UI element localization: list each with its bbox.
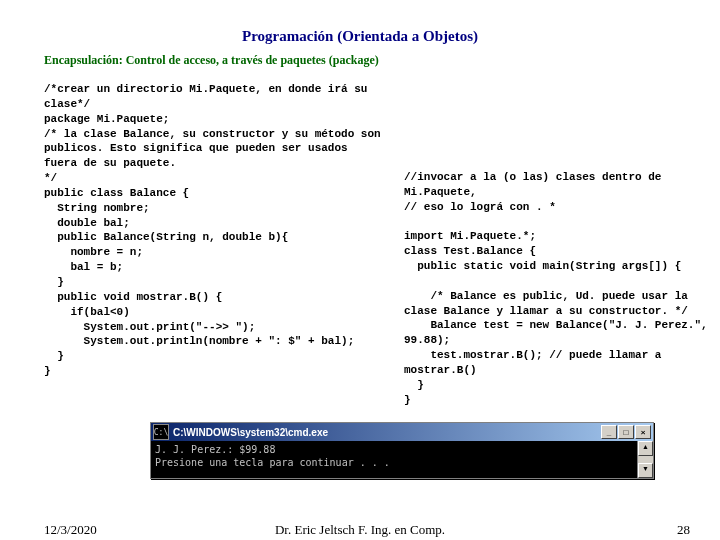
slide-title: Programación (Orientada a Objetos) <box>0 28 720 45</box>
scrollbar[interactable]: ▲ ▼ <box>637 441 653 478</box>
code-left: /*crear un directorio Mi.Paquete, en don… <box>44 82 384 408</box>
cmd-titlebar: C:\ C:\WINDOWS\system32\cmd.exe _ □ × <box>151 423 653 441</box>
cmd-output-line: Presione una tecla para continuar . . . <box>155 456 649 469</box>
close-button[interactable]: × <box>635 425 651 439</box>
cmd-title-text: C:\WINDOWS\system32\cmd.exe <box>173 427 328 438</box>
scroll-up-icon[interactable]: ▲ <box>638 441 653 456</box>
footer-center: Dr. Eric Jeltsch F. Ing. en Comp. Univer… <box>0 522 720 540</box>
footer-page: 28 <box>677 522 690 538</box>
cmd-title-left: C:\ C:\WINDOWS\system32\cmd.exe <box>153 424 328 440</box>
cmd-window: C:\ C:\WINDOWS\system32\cmd.exe _ □ × J.… <box>150 422 654 479</box>
scroll-down-icon[interactable]: ▼ <box>638 463 653 478</box>
window-buttons: _ □ × <box>601 425 651 439</box>
code-columns: /*crear un directorio Mi.Paquete, en don… <box>44 82 710 408</box>
cmd-icon: C:\ <box>153 424 169 440</box>
cmd-body: J. J. Perez.: $99.88 Presione una tecla … <box>151 441 653 471</box>
footer-author: Dr. Eric Jeltsch F. Ing. en Comp. <box>275 522 445 537</box>
cmd-output-line: J. J. Perez.: $99.88 <box>155 443 649 456</box>
minimize-button[interactable]: _ <box>601 425 617 439</box>
maximize-button[interactable]: □ <box>618 425 634 439</box>
slide-subtitle: Encapsulación: Control de acceso, a trav… <box>44 53 720 68</box>
code-right: //invocar a la (o las) clases dentro de … <box>384 82 710 408</box>
